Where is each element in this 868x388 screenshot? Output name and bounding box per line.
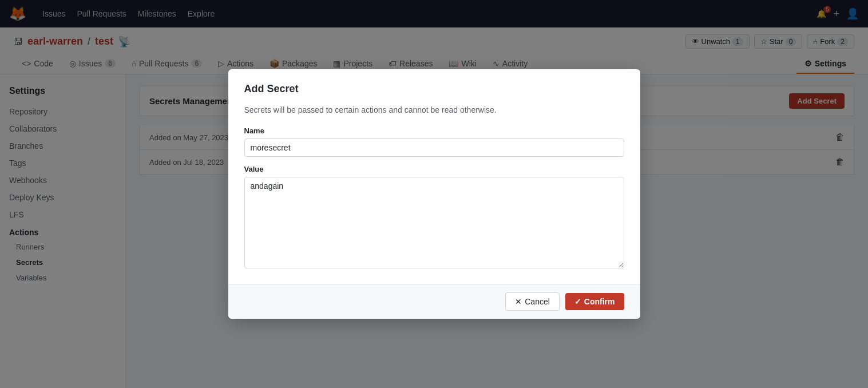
- cancel-button[interactable]: ✕ Cancel: [505, 292, 560, 311]
- cancel-label: Cancel: [525, 297, 550, 306]
- secret-name-input[interactable]: [244, 138, 624, 157]
- modal-footer: ✕ Cancel ✓ Confirm: [228, 284, 640, 319]
- confirm-button[interactable]: ✓ Confirm: [565, 293, 624, 310]
- confirm-check-icon: ✓: [574, 297, 581, 306]
- modal-overlay[interactable]: Add Secret Secrets will be passed to cer…: [0, 0, 868, 388]
- confirm-label: Confirm: [584, 297, 615, 306]
- modal-description: Secrets will be passed to certain action…: [244, 104, 624, 116]
- secret-value-textarea[interactable]: andagain: [244, 177, 624, 268]
- name-label: Name: [244, 126, 624, 135]
- add-secret-modal: Add Secret Secrets will be passed to cer…: [228, 69, 640, 319]
- cancel-x-icon: ✕: [515, 297, 522, 306]
- modal-title: Add Secret: [244, 83, 624, 95]
- modal-body: Add Secret Secrets will be passed to cer…: [228, 69, 640, 284]
- value-label: Value: [244, 165, 624, 173]
